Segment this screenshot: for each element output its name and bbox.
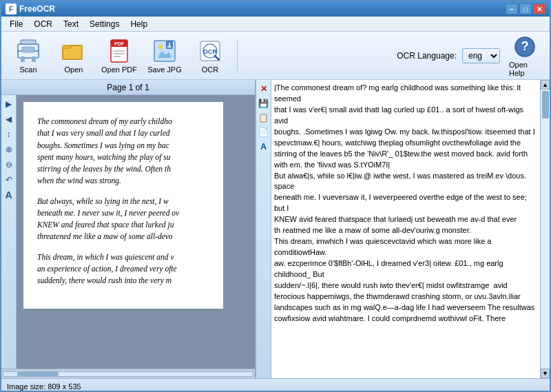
h-scrollbar-thumb[interactable] xyxy=(17,372,59,376)
ocr-text-content: |The commonest dream of? mg earlg childh… xyxy=(274,83,537,324)
v-scroll-thumb[interactable] xyxy=(542,91,549,118)
svg-rect-5 xyxy=(22,47,34,52)
app-icon: F xyxy=(6,3,17,14)
open-pdf-label: Open PDF xyxy=(101,65,137,74)
open-icon xyxy=(61,38,87,64)
left-panel-body: ▶ ◀ ↕ ⊕ ⊖ ↶ A The commonest dream of my … xyxy=(1,95,255,369)
ocr-text-area[interactable]: |The commonest dream of? mg earlg childh… xyxy=(271,80,540,378)
side-btn-3[interactable]: 📋 xyxy=(258,112,270,124)
v-scroll-up-btn[interactable]: ▲ xyxy=(541,80,550,90)
ocr-lang-select[interactable]: eng xyxy=(462,48,500,63)
open-pdf-button[interactable]: PDF Open PDF xyxy=(98,34,141,77)
image-text-p2: But always, while so lying in the nest, … xyxy=(37,196,209,243)
open-button[interactable]: Open xyxy=(52,34,95,77)
svg-text:PDF: PDF xyxy=(114,41,125,46)
menu-file[interactable]: File xyxy=(4,18,28,30)
main-content: Page 1 of 1 ▶ ◀ ↕ ⊕ ⊖ ↶ A The commonest … xyxy=(1,80,550,378)
close-button[interactable]: ✕ xyxy=(533,3,545,14)
save-jpg-button[interactable]: Save JPG xyxy=(143,34,186,77)
right-panel: |The commonest dream of? mg earlg childh… xyxy=(271,80,550,378)
scan-label: Scan xyxy=(19,65,37,74)
side-btn-2[interactable]: 💾 xyxy=(258,97,270,110)
zoom-in-btn[interactable]: ⊕ xyxy=(3,143,15,156)
h-scrollbar[interactable] xyxy=(1,369,255,378)
image-area[interactable]: The commonest dream of my early childho … xyxy=(17,95,255,369)
fit-btn[interactable]: ↕ xyxy=(3,128,15,141)
title-bar-controls: − □ ✕ xyxy=(506,3,545,14)
h-scrollbar-track xyxy=(3,371,253,377)
v-scrollbar[interactable]: ▲ ▼ xyxy=(540,80,550,378)
nav-right-btn[interactable]: ▶ xyxy=(3,98,15,110)
title-bar: F FreeOCR − □ ✕ xyxy=(1,1,550,17)
svg-text:OCR: OCR xyxy=(203,48,218,55)
menu-help[interactable]: Help xyxy=(125,18,153,30)
side-btn-1[interactable]: ✕ xyxy=(258,83,270,95)
side-toolbar: ✕ 💾 📋 📄 A xyxy=(256,80,271,378)
zoom-out-btn[interactable]: ⊖ xyxy=(3,158,15,171)
menu-text[interactable]: Text xyxy=(58,18,84,30)
scan-button[interactable]: Scan xyxy=(7,34,50,77)
image-text-p1: The commonest dream of my early childho … xyxy=(37,116,209,187)
menu-bar: File OCR Text Settings Help xyxy=(1,17,550,32)
toolbar-separator xyxy=(237,39,238,73)
left-panel: Page 1 of 1 ▶ ◀ ↕ ⊕ ⊖ ↶ A The commonest … xyxy=(1,80,256,378)
rotate-btn[interactable]: ↶ xyxy=(3,174,15,186)
image-text-p3: This dream, in which I was quiescent and… xyxy=(37,251,209,287)
svg-text:?: ? xyxy=(521,39,529,53)
svg-rect-7 xyxy=(63,45,70,48)
svg-point-15 xyxy=(158,45,163,49)
nav-left-btn[interactable]: ◀ xyxy=(3,113,15,125)
svg-rect-4 xyxy=(32,56,36,62)
ocr-button[interactable]: OCR OCR xyxy=(189,34,231,77)
save-jpg-label: Save JPG xyxy=(147,65,182,74)
save-jpg-icon xyxy=(152,38,178,64)
image-content: The commonest dream of my early childho … xyxy=(23,102,223,309)
toolbar-right: OCR Language: eng ? Open Help xyxy=(397,34,544,77)
open-help-icon: ? xyxy=(512,34,538,59)
menu-settings[interactable]: Settings xyxy=(84,18,125,30)
open-help-label: Open Help xyxy=(509,61,541,77)
ocr-label: OCR xyxy=(202,65,218,74)
v-scroll-down-btn[interactable]: ▼ xyxy=(541,369,550,378)
title-bar-text: FreeOCR xyxy=(19,4,506,14)
open-label: Open xyxy=(65,65,83,74)
ocr-lang-label: OCR Language: xyxy=(397,51,457,61)
side-btn-5[interactable]: A xyxy=(258,141,270,153)
menu-ocr[interactable]: OCR xyxy=(28,18,58,30)
letter-btn[interactable]: A xyxy=(3,189,15,201)
svg-rect-1 xyxy=(21,40,36,44)
right-wrapper: |The commonest dream of? mg earlg childh… xyxy=(271,80,550,378)
image-toolbar: ▶ ◀ ↕ ⊕ ⊖ ↶ A xyxy=(1,95,17,369)
v-scroll-track xyxy=(541,90,550,369)
status-text: Image size: 809 x 535 xyxy=(7,382,81,391)
minimize-button[interactable]: − xyxy=(506,3,518,14)
status-bar: Image size: 809 x 535 xyxy=(1,378,550,392)
toolbar: Scan Open PDF Open PDF xyxy=(1,32,550,80)
svg-rect-3 xyxy=(21,56,25,62)
page-indicator: Page 1 of 1 xyxy=(1,80,255,95)
maximize-button[interactable]: □ xyxy=(519,3,532,14)
open-help-button[interactable]: ? Open Help xyxy=(506,34,544,77)
ocr-icon: OCR xyxy=(197,38,223,64)
open-pdf-icon: PDF xyxy=(106,38,132,64)
side-btn-4[interactable]: 📄 xyxy=(258,126,270,138)
scan-icon xyxy=(15,38,41,64)
